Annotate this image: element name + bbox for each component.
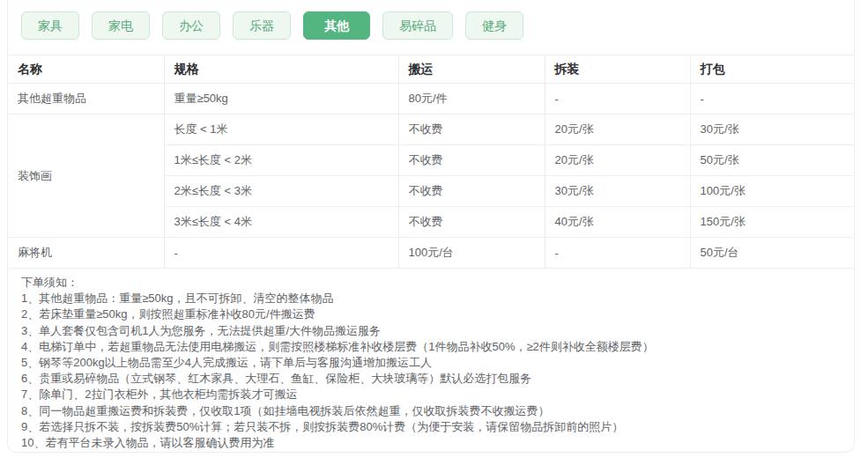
header-disassemble: 拆装 <box>545 55 690 84</box>
header-pack: 打包 <box>690 55 854 84</box>
tab-furniture[interactable]: 家具 <box>21 11 79 40</box>
cell-move: 80元/件 <box>398 84 545 114</box>
cell-pack: - <box>690 84 854 114</box>
note-line: 3、单人套餐仅包含司机1人为您服务，无法提供超重/大件物品搬运服务 <box>21 323 841 339</box>
note-line: 5、钢琴等200kg以上物品需至少4人完成搬运，请下单后与客服沟通增加搬运工人 <box>21 355 841 371</box>
price-table: 名称 规格 搬运 拆装 打包 其他超重物品 重量≥50kg 80元/件 - - … <box>8 55 854 269</box>
cell-disassemble: 20元/张 <box>545 145 690 176</box>
tab-fitness[interactable]: 健身 <box>465 11 523 40</box>
cell-disassemble: 30元/张 <box>545 176 690 207</box>
cell-disassemble: - <box>545 238 690 269</box>
cell-pack: 30元/张 <box>690 114 854 145</box>
pricing-card: 家具 家电 办公 乐器 其他 易碎品 健身 名称 规格 搬运 拆装 打包 <box>7 0 855 453</box>
note-line: 10、若有平台未录入物品，请以客服确认费用为准 <box>21 435 841 451</box>
header-spec: 规格 <box>164 55 398 84</box>
tab-other[interactable]: 其他 <box>303 11 370 40</box>
tab-office[interactable]: 办公 <box>162 11 220 40</box>
cell-move: 不收费 <box>398 207 545 238</box>
cell-disassemble: 20元/张 <box>545 114 690 145</box>
pricing-page: 家具 家电 办公 乐器 其他 易碎品 健身 名称 规格 搬运 拆装 打包 <box>0 0 868 465</box>
tab-appliance[interactable]: 家电 <box>92 11 150 40</box>
tab-instrument[interactable]: 乐器 <box>233 11 291 40</box>
tab-fragile[interactable]: 易碎品 <box>382 11 453 40</box>
note-line: 4、电梯订单中，若超重物品无法使用电梯搬运，则需按照楼梯标准补收楼层费（1件物品… <box>21 339 841 355</box>
note-line: 7、除单门、2拉门衣柜外，其他衣柜均需拆装才可搬运 <box>21 387 841 402</box>
note-line: 8、同一物品超重搬运费和拆装费，仅收取1项（如挂墙电视拆装后依然超重，仅收取拆装… <box>21 403 841 419</box>
header-name: 名称 <box>8 55 164 84</box>
cell-pack: 50元/台 <box>690 238 854 269</box>
cell-name-merged: 装饰画 <box>8 114 164 238</box>
table-row: 麻将机 - 100元/台 - 50元/台 <box>8 238 854 269</box>
cell-spec: 长度 < 1米 <box>164 114 398 145</box>
cell-spec: 2米≤长度 < 3米 <box>164 176 398 207</box>
cell-name: 麻将机 <box>8 238 164 269</box>
header-move: 搬运 <box>398 55 545 84</box>
cell-move: 100元/台 <box>398 238 545 269</box>
cell-move: 不收费 <box>398 176 545 207</box>
order-notes: 下单须知： 1、其他超重物品：重量≥50kg，且不可拆卸、清空的整体物品 2、若… <box>8 269 854 451</box>
category-tabs: 家具 家电 办公 乐器 其他 易碎品 健身 <box>21 11 854 40</box>
cell-pack: 150元/张 <box>690 207 854 238</box>
note-line: 6、贵重或易碎物品（立式钢琴、红木家具、大理石、鱼缸、保险柜、大块玻璃等）默认必… <box>21 371 841 387</box>
cell-disassemble: - <box>545 84 690 114</box>
notes-title: 下单须知： <box>21 275 841 291</box>
table-row: 装饰画 长度 < 1米 不收费 20元/张 30元/张 <box>8 114 854 145</box>
note-line: 2、若床垫重量≥50kg，则按照超重标准补收80元/件搬运费 <box>21 306 841 322</box>
cell-move: 不收费 <box>398 114 545 145</box>
cell-spec: - <box>164 238 398 269</box>
table-header-row: 名称 规格 搬运 拆装 打包 <box>8 55 854 84</box>
cell-pack: 100元/张 <box>690 176 854 207</box>
note-line: 9、若选择只拆不装，按拆装费50%计算；若只装不拆，则按拆装费80%计费（为便于… <box>21 419 841 435</box>
cell-spec: 1米≤长度 < 2米 <box>164 145 398 176</box>
cell-name: 其他超重物品 <box>8 84 164 114</box>
cell-disassemble: 40元/张 <box>545 207 690 238</box>
cell-move: 不收费 <box>398 145 545 176</box>
note-line: 1、其他超重物品：重量≥50kg，且不可拆卸、清空的整体物品 <box>21 291 841 306</box>
cell-pack: 50元/张 <box>690 145 854 176</box>
cell-spec: 3米≤长度 < 4米 <box>164 207 398 238</box>
cell-spec: 重量≥50kg <box>164 84 398 114</box>
table-row: 其他超重物品 重量≥50kg 80元/件 - - <box>8 84 854 114</box>
